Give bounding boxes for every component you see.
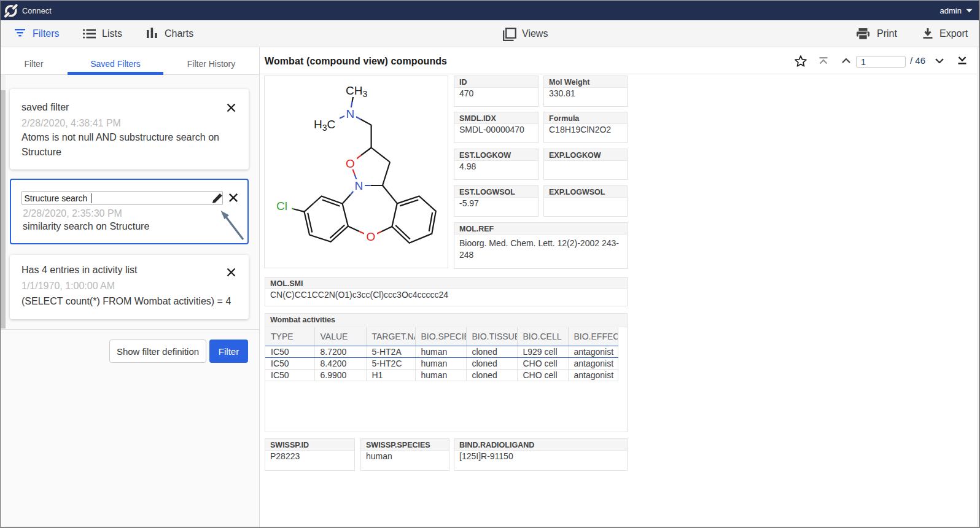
svg-text:Cl: Cl <box>276 200 287 212</box>
svg-text:N: N <box>355 179 364 192</box>
svg-text:O: O <box>367 230 376 243</box>
svg-text:N: N <box>346 107 355 120</box>
svg-text:O: O <box>346 157 355 170</box>
